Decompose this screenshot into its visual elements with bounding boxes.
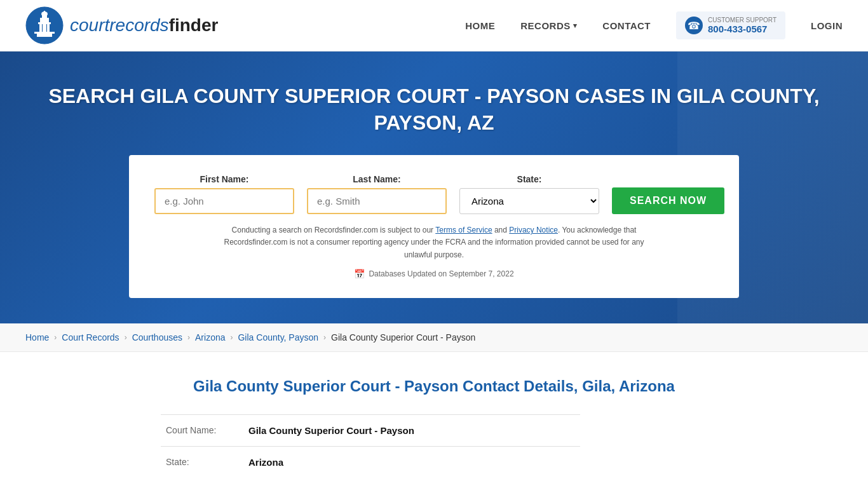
search-button[interactable]: SEARCH NOW xyxy=(612,187,724,214)
last-name-label: Last Name: xyxy=(307,174,447,184)
svg-rect-4 xyxy=(47,24,50,32)
breadcrumb-court-records[interactable]: Court Records xyxy=(62,332,119,342)
nav-contact[interactable]: CONTACT xyxy=(602,20,651,31)
nav-home[interactable]: HOME xyxy=(465,20,495,31)
svg-rect-10 xyxy=(44,11,45,14)
details-table: Court Name: Gila County Superior Court -… xyxy=(161,414,580,478)
nav-records-label: RECORDS xyxy=(520,20,571,31)
calendar-icon: 📅 xyxy=(354,269,365,279)
breadcrumb-sep-4: › xyxy=(230,333,233,342)
hero-section: SEARCH GILA COUNTY SUPERIOR COURT - PAYS… xyxy=(0,51,868,323)
svg-rect-6 xyxy=(38,22,51,24)
support-label: CUSTOMER SUPPORT xyxy=(708,17,776,24)
breadcrumb-sep-2: › xyxy=(125,333,127,342)
breadcrumb-sep-5: › xyxy=(323,333,326,342)
search-card: First Name: Last Name: State: AlabamaAla… xyxy=(129,155,739,298)
page-heading: Gila County Superior Court - Payson Cont… xyxy=(161,377,707,395)
svg-rect-3 xyxy=(39,24,42,32)
svg-rect-5 xyxy=(43,23,46,32)
logo-text[interactable]: courtrecordsfinder xyxy=(70,15,218,36)
terms-link[interactable]: Terms of Service xyxy=(435,226,492,234)
main-nav: HOME RECORDS ▾ CONTACT ☎ CUSTOMER SUPPOR… xyxy=(465,11,843,39)
state-group: State: AlabamaAlaskaArizonaArkansasCalif… xyxy=(459,174,599,214)
state-select[interactable]: AlabamaAlaskaArizonaArkansasCaliforniaCo… xyxy=(459,188,599,214)
breadcrumb-sep-1: › xyxy=(54,333,57,342)
breadcrumb-arizona[interactable]: Arizona xyxy=(195,332,225,342)
main-content: Gila County Superior Court - Payson Cont… xyxy=(148,352,720,488)
db-updated: 📅 Databases Updated on September 7, 2022 xyxy=(154,269,714,279)
table-row: Court Name: Gila County Superior Court -… xyxy=(161,414,580,446)
support-box[interactable]: ☎ CUSTOMER SUPPORT 800-433-0567 xyxy=(676,11,785,39)
first-name-label: First Name: xyxy=(154,174,294,184)
nav-records[interactable]: RECORDS ▾ xyxy=(520,20,577,31)
last-name-group: Last Name: xyxy=(307,174,447,214)
detail-label: Court Name: xyxy=(161,414,243,446)
nav-login[interactable]: LOGIN xyxy=(811,20,843,31)
support-info: CUSTOMER SUPPORT 800-433-0567 xyxy=(708,17,776,34)
detail-label: State: xyxy=(161,446,243,478)
support-phone: 800-433-0567 xyxy=(708,24,776,34)
logo-area[interactable]: courtrecordsfinder xyxy=(25,6,218,44)
privacy-link[interactable]: Privacy Notice xyxy=(509,226,558,234)
table-row: State: Arizona xyxy=(161,446,580,478)
breadcrumb-courthouses[interactable]: Courthouses xyxy=(132,332,182,342)
breadcrumb: Home › Court Records › Courthouses › Ari… xyxy=(0,323,868,352)
first-name-group: First Name: xyxy=(154,174,294,214)
disclaimer-text: Conducting a search on Recordsfinder.com… xyxy=(212,224,656,261)
headphone-icon: ☎ xyxy=(685,17,703,34)
breadcrumb-home[interactable]: Home xyxy=(25,332,49,342)
search-fields: First Name: Last Name: State: AlabamaAla… xyxy=(154,174,714,214)
breadcrumb-nav: Home › Court Records › Courthouses › Ari… xyxy=(25,332,843,342)
detail-value: Gila County Superior Court - Payson xyxy=(243,414,580,446)
hero-title: SEARCH GILA COUNTY SUPERIOR COURT - PAYS… xyxy=(25,83,843,136)
breadcrumb-gila-county-payson[interactable]: Gila County, Payson xyxy=(238,332,318,342)
db-updated-text: Databases Updated on September 7, 2022 xyxy=(369,269,513,278)
svg-rect-7 xyxy=(40,18,49,22)
svg-rect-2 xyxy=(34,32,55,34)
logo-icon xyxy=(25,6,64,44)
breadcrumb-current: Gila County Superior Court - Payson xyxy=(331,332,475,342)
chevron-down-icon: ▾ xyxy=(573,22,578,30)
state-label: State: xyxy=(459,174,599,184)
last-name-input[interactable] xyxy=(307,188,447,214)
breadcrumb-sep-3: › xyxy=(187,333,190,342)
logo-court: courtrecords xyxy=(70,15,169,35)
site-header: courtrecordsfinder HOME RECORDS ▾ CONTAC… xyxy=(0,0,868,51)
first-name-input[interactable] xyxy=(154,188,294,214)
logo-finder: finder xyxy=(169,15,219,35)
detail-value: Arizona xyxy=(243,446,580,478)
